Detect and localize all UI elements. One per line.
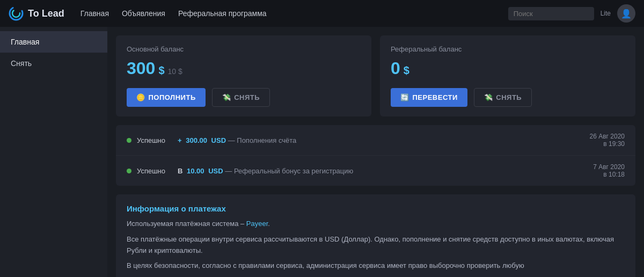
ref-balance-amount: 0 $	[391, 59, 625, 78]
balance-row: Основной баланс 300 $ 10 $ 🪙 ПОПОЛНИТЬ 💸…	[116, 35, 635, 116]
tx-detail-1: + 300.00 USD — Пополнения счёта	[178, 136, 590, 144]
main-balance-currency: $	[158, 64, 164, 77]
tx-detail-2: B 10.00 USD — Реферальный бонус за регис…	[178, 167, 593, 175]
payeer-link[interactable]: Payeer	[246, 220, 268, 228]
transfer-icon: 🔄	[400, 93, 409, 101]
tx-date-line1-2: 7 Авг 2020	[593, 163, 625, 171]
tx-date-1: 26 Авг 2020 в 19:30	[590, 133, 625, 148]
info-paragraph-1: Используемая платёжная система – Payeer.	[127, 218, 625, 230]
withdraw-button[interactable]: 💸 СНЯТЬ	[212, 88, 270, 107]
info-paragraph-2: Все платёжные операции внутри сервиса ра…	[127, 234, 625, 257]
nav-ref[interactable]: Реферальная программа	[178, 7, 267, 20]
sidebar-item-withdraw-label: Снять	[11, 59, 32, 68]
deposit-icon: 🪙	[136, 93, 145, 101]
nav-ads[interactable]: Объявления	[122, 7, 165, 20]
info-title: Информация о платежах	[127, 204, 625, 213]
info-text-1-after: .	[268, 220, 270, 228]
tx-date-2: 7 Авг 2020 в 10:18	[593, 163, 625, 178]
deposit-button[interactable]: 🪙 ПОПОЛНИТЬ	[127, 88, 206, 107]
ref-withdraw-button[interactable]: 💸 СНЯТЬ	[474, 88, 532, 107]
status-dot-success	[127, 138, 131, 143]
info-paragraph-3: В целях безопасности, согласно с правила…	[127, 260, 625, 272]
logo-icon	[9, 6, 24, 21]
tx-amount-2: 10.00	[187, 167, 204, 175]
svg-point-0	[10, 7, 23, 20]
withdraw-icon: 💸	[222, 93, 231, 101]
tx-currency-1: USD	[211, 136, 226, 144]
ref-balance-card: Реферальный баланс 0 $ 🔄 ПЕРЕВЕСТИ 💸 СНЯ…	[380, 35, 635, 116]
tx-desc-1: — Пополнения счёта	[228, 136, 297, 144]
table-row: Успешно B 10.00 USD — Реферальный бонус …	[116, 156, 635, 186]
search-input[interactable]	[508, 7, 594, 20]
tx-status-2: Успешно	[137, 167, 169, 175]
info-block: Информация о платежах Используемая платё…	[116, 194, 635, 277]
sidebar-item-home-label: Главная	[11, 38, 39, 46]
main-layout: Главная Снять Основной баланс 300 $ 10 $…	[0, 27, 644, 277]
tx-date-line1-1: 26 Авг 2020	[590, 133, 625, 140]
site-title: To Lead	[28, 8, 64, 19]
ref-balance-value: 0	[391, 59, 400, 78]
tx-time-2: в 10:18	[593, 171, 625, 178]
info-text-1-before: Используемая платёжная система –	[127, 220, 246, 228]
withdraw-label: СНЯТЬ	[234, 93, 260, 101]
deposit-label: ПОПОЛНИТЬ	[149, 93, 196, 101]
main-balance-actions: 🪙 ПОПОЛНИТЬ 💸 СНЯТЬ	[127, 88, 361, 107]
main-nav: Главная Объявления Реферальная программа	[80, 7, 508, 20]
sidebar-item-withdraw[interactable]: Снять	[0, 53, 107, 74]
header: To Lead Главная Объявления Реферальная п…	[0, 0, 644, 27]
main-balance-secondary: 10 $	[168, 67, 182, 76]
tx-status-1: Успешно	[137, 136, 169, 144]
ref-balance-actions: 🔄 ПЕРЕВЕСТИ 💸 СНЯТЬ	[391, 88, 625, 107]
logo[interactable]: To Lead	[9, 6, 64, 21]
avatar[interactable]: 👤	[617, 4, 635, 23]
main-balance-value: 300	[127, 59, 155, 78]
ref-balance-label: Реферальный баланс	[391, 45, 625, 53]
lite-label: Lite	[601, 10, 611, 17]
sidebar-item-home[interactable]: Главная	[0, 31, 107, 53]
transfer-button[interactable]: 🔄 ПЕРЕВЕСТИ	[391, 88, 467, 107]
svg-point-1	[12, 10, 20, 17]
tx-sign-1: +	[178, 136, 184, 144]
status-dot-success-2	[127, 169, 131, 173]
tx-currency-2: USD	[208, 167, 223, 175]
main-balance-label: Основной баланс	[127, 45, 361, 53]
sidebar: Главная Снять	[0, 27, 107, 277]
tx-bold-sign-2: B	[178, 167, 182, 175]
main-balance-card: Основной баланс 300 $ 10 $ 🪙 ПОПОЛНИТЬ 💸…	[116, 35, 371, 116]
tx-desc-2: — Реферальный бонус за регистрацию	[225, 167, 353, 175]
ref-withdraw-label: СНЯТЬ	[496, 93, 522, 101]
content: Основной баланс 300 $ 10 $ 🪙 ПОПОЛНИТЬ 💸…	[107, 27, 644, 277]
transfer-label: ПЕРЕВЕСТИ	[413, 93, 458, 101]
ref-withdraw-icon: 💸	[484, 93, 493, 101]
main-balance-amount: 300 $ 10 $	[127, 59, 361, 78]
nav-home[interactable]: Главная	[80, 7, 109, 20]
header-right: Lite 👤	[508, 4, 635, 23]
tx-amount-1: 300.00	[186, 136, 207, 144]
transactions-list: Успешно + 300.00 USD — Пополнения счёта …	[116, 125, 635, 186]
tx-time-1: в 19:30	[590, 140, 625, 148]
table-row: Успешно + 300.00 USD — Пополнения счёта …	[116, 125, 635, 156]
ref-balance-currency: $	[404, 64, 409, 77]
